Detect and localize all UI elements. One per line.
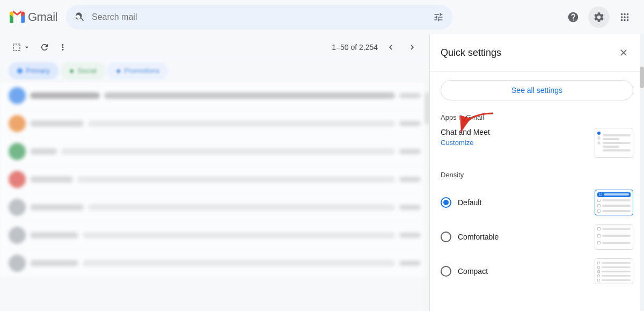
- gmail-content: 1–50 of 2,254 Primary ● Social ● Pr: [0, 34, 429, 311]
- density-section-label: Density: [441, 171, 633, 179]
- email-row[interactable]: [0, 138, 429, 165]
- quick-settings-panel: Quick settings See all settings Apps in …: [429, 34, 644, 311]
- select-button[interactable]: [9, 40, 34, 54]
- qs-title: Quick settings: [441, 47, 501, 59]
- density-option-comfortable[interactable]: Comfortable: [441, 220, 633, 254]
- gmail-logo: Gmail: [9, 9, 57, 26]
- density-section: Density Default: [441, 171, 633, 288]
- density-default-preview: [595, 190, 633, 215]
- radio-comfortable[interactable]: [441, 232, 451, 242]
- search-input[interactable]: [92, 12, 427, 22]
- refresh-button[interactable]: [36, 40, 53, 54]
- red-arrow-annotation: [456, 108, 499, 140]
- settings-button[interactable]: [588, 6, 610, 28]
- density-option-compact[interactable]: Compact: [441, 254, 633, 288]
- density-option-default[interactable]: Default: [441, 185, 633, 220]
- density-comfortable-label: Comfortable: [458, 233, 499, 241]
- scroll-thumb[interactable]: [425, 92, 429, 125]
- tune-icon[interactable]: [433, 12, 444, 23]
- qs-body: See all settings Apps in Gmail Chat and …: [430, 71, 644, 311]
- tab-promotions[interactable]: ● Promotions: [107, 62, 168, 79]
- apps-button[interactable]: [614, 6, 635, 28]
- help-button[interactable]: [562, 6, 584, 28]
- gmail-logo-icon: [9, 9, 26, 26]
- topbar: Gmail: [0, 0, 644, 34]
- qs-scrollbar-thumb[interactable]: [640, 67, 644, 88]
- radio-default[interactable]: [441, 197, 451, 208]
- chat-meet-preview: [595, 128, 633, 158]
- prev-page-button[interactable]: [382, 39, 399, 56]
- qs-header: Quick settings: [430, 34, 644, 71]
- density-compact-label: Compact: [458, 267, 488, 276]
- tabs-bar: Primary ● Social ● Promotions: [0, 60, 429, 82]
- email-row[interactable]: [0, 110, 429, 138]
- main-layout: 1–50 of 2,254 Primary ● Social ● Pr: [0, 34, 644, 311]
- see-all-settings-button[interactable]: See all settings: [441, 80, 633, 100]
- email-row[interactable]: [0, 249, 429, 277]
- next-page-button[interactable]: [404, 39, 421, 56]
- email-row[interactable]: [0, 82, 429, 110]
- email-list[interactable]: [0, 82, 429, 311]
- gmail-wordmark: Gmail: [28, 10, 57, 24]
- density-comfortable-preview: [595, 224, 633, 250]
- radio-compact[interactable]: [441, 266, 451, 277]
- topbar-right: [562, 6, 635, 28]
- radio-default-inner: [443, 200, 449, 205]
- tab-social[interactable]: ● Social: [61, 62, 105, 79]
- density-default-label: Default: [458, 198, 481, 207]
- pagination-text: 1–50 of 2,254: [332, 43, 378, 52]
- qs-scrollbar-track[interactable]: [640, 34, 644, 311]
- toolbar: 1–50 of 2,254: [0, 34, 429, 60]
- email-row[interactable]: [0, 165, 429, 193]
- more-toolbar-button[interactable]: [55, 40, 71, 54]
- search-bar[interactable]: [66, 5, 452, 30]
- tab-primary[interactable]: Primary: [9, 62, 58, 79]
- search-icon: [75, 12, 85, 23]
- email-row[interactable]: [0, 221, 429, 249]
- email-row[interactable]: [0, 193, 429, 221]
- pagination: 1–50 of 2,254: [332, 39, 421, 56]
- close-button[interactable]: [614, 43, 633, 62]
- scroll-track[interactable]: [425, 82, 429, 311]
- density-compact-preview: [595, 258, 633, 284]
